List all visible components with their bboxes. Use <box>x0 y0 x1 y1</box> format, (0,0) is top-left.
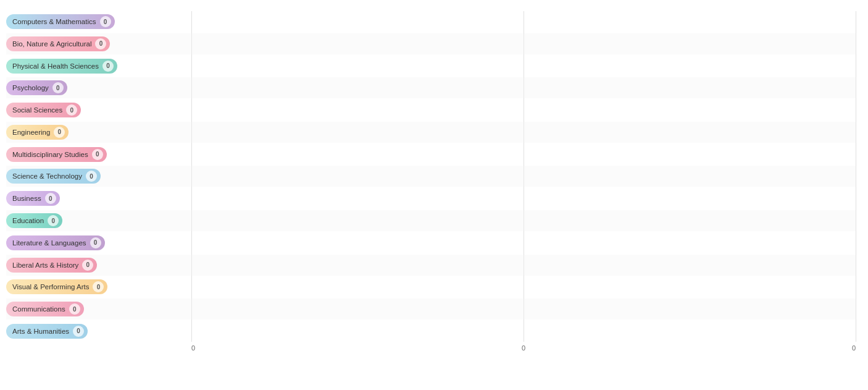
bar-pill-value: 0 <box>52 82 64 93</box>
bar-segment-area <box>191 188 856 209</box>
bar-segment-area <box>191 276 856 297</box>
bar-pill: Physical & Health Sciences0 <box>6 59 117 74</box>
bar-pill-value: 0 <box>86 171 97 182</box>
bar-pill-label: Business <box>12 195 41 202</box>
bar-segment-area <box>191 210 856 231</box>
bar-segment-area <box>191 144 856 165</box>
bar-pill: Education0 <box>6 213 62 228</box>
bar-pill: Science & Technology0 <box>6 169 101 184</box>
bar-row: Psychology0 <box>6 77 856 98</box>
bar-pill-label: Physical & Health Sciences <box>12 62 99 70</box>
bar-row: Social Sciences0 <box>6 100 856 121</box>
bar-row: Education0 <box>6 210 856 231</box>
bar-pill-label: Arts & Humanities <box>12 328 69 335</box>
bar-segment-area <box>191 166 856 187</box>
bar-label-area: Multidisciplinary Studies0 <box>6 147 191 162</box>
bar-pill: Psychology0 <box>6 80 67 95</box>
bar-row: Literature & Languages0 <box>6 232 856 253</box>
bar-segment-area <box>191 255 856 276</box>
x-axis-label: 0 <box>191 344 413 352</box>
bar-segment-area <box>191 321 856 342</box>
bar-pill: Multidisciplinary Studies0 <box>6 147 107 162</box>
bar-row: Communications0 <box>6 299 856 320</box>
bar-row: Visual & Performing Arts0 <box>6 276 856 297</box>
bar-label-area: Psychology0 <box>6 80 191 95</box>
bar-pill-value: 0 <box>45 193 56 204</box>
bar-pill-label: Engineering <box>12 129 50 136</box>
bar-segment-area <box>191 33 856 54</box>
bar-segment-area <box>191 56 856 77</box>
chart-area: Computers & Mathematics0Bio, Nature & Ag… <box>6 11 856 352</box>
bar-label-area: Education0 <box>6 213 191 228</box>
bar-pill-value: 0 <box>93 281 104 292</box>
bar-pill-label: Education <box>12 217 44 224</box>
x-axis-label: 0 <box>413 344 635 352</box>
bar-pill-value: 0 <box>82 260 93 271</box>
bar-row: Business0 <box>6 188 856 209</box>
bar-pill-label: Literature & Languages <box>12 239 86 247</box>
bar-pill-label: Bio, Nature & Agricultural <box>12 40 91 48</box>
bar-pill-value: 0 <box>48 215 59 226</box>
bar-segment-area <box>191 299 856 320</box>
bar-pill-value: 0 <box>95 38 106 49</box>
bar-pill-label: Computers & Mathematics <box>12 18 96 25</box>
bar-row: Liberal Arts & History0 <box>6 255 856 276</box>
bar-segment-area <box>191 77 856 98</box>
bar-pill-label: Science & Technology <box>12 172 82 180</box>
bar-label-area: Liberal Arts & History0 <box>6 258 191 273</box>
bar-row: Science & Technology0 <box>6 166 856 187</box>
bar-segment-area <box>191 232 856 253</box>
bar-row: Computers & Mathematics0 <box>6 11 856 32</box>
bar-row: Multidisciplinary Studies0 <box>6 144 856 165</box>
bar-pill-label: Social Sciences <box>12 106 62 114</box>
bar-pill: Engineering0 <box>6 125 69 140</box>
bar-pill-label: Visual & Performing Arts <box>12 283 89 290</box>
bar-label-area: Engineering0 <box>6 125 191 140</box>
bar-pill: Visual & Performing Arts0 <box>6 279 107 294</box>
bar-pill-label: Multidisciplinary Studies <box>12 151 88 158</box>
bar-pill: Business0 <box>6 191 60 206</box>
bar-row: Engineering0 <box>6 122 856 143</box>
bar-segment-area <box>191 11 856 32</box>
bar-label-area: Social Sciences0 <box>6 103 191 117</box>
bar-pill: Liberal Arts & History0 <box>6 258 97 273</box>
bar-pill-value: 0 <box>73 326 84 337</box>
bar-pill: Arts & Humanities0 <box>6 324 88 339</box>
bar-pill: Communications0 <box>6 302 84 316</box>
bar-segment-area <box>191 122 856 143</box>
bar-label-area: Literature & Languages0 <box>6 235 191 250</box>
bar-pill-value: 0 <box>66 104 77 116</box>
grid-line <box>856 11 856 342</box>
bar-label-area: Business0 <box>6 191 191 206</box>
bar-label-area: Bio, Nature & Agricultural0 <box>6 36 191 51</box>
bar-label-area: Visual & Performing Arts0 <box>6 279 191 294</box>
x-axis-label: 0 <box>634 344 856 352</box>
bar-pill-label: Psychology <box>12 84 49 91</box>
bar-pill-value: 0 <box>100 16 111 27</box>
bar-label-area: Science & Technology0 <box>6 169 191 184</box>
bar-pill-label: Communications <box>12 305 65 313</box>
chart-container: Computers & Mathematics0Bio, Nature & Ag… <box>0 0 868 390</box>
bar-label-area: Communications0 <box>6 302 191 316</box>
bar-pill-value: 0 <box>90 237 101 248</box>
bars-section: Computers & Mathematics0Bio, Nature & Ag… <box>6 11 856 342</box>
bar-pill-label: Liberal Arts & History <box>12 261 78 269</box>
bar-row: Arts & Humanities0 <box>6 321 856 342</box>
x-axis-labels: 000 <box>191 344 856 352</box>
bar-pill-value: 0 <box>102 61 114 72</box>
bar-row: Bio, Nature & Agricultural0 <box>6 33 856 54</box>
bar-label-area: Arts & Humanities0 <box>6 324 191 339</box>
bar-pill-value: 0 <box>92 149 103 160</box>
bar-pill: Computers & Mathematics0 <box>6 14 115 29</box>
bar-label-area: Physical & Health Sciences0 <box>6 59 191 74</box>
bar-segment-area <box>191 100 856 121</box>
bar-row: Physical & Health Sciences0 <box>6 56 856 77</box>
bar-pill: Literature & Languages0 <box>6 235 105 250</box>
bar-label-area: Computers & Mathematics0 <box>6 14 191 29</box>
bar-pill-value: 0 <box>69 303 80 315</box>
bar-pill: Bio, Nature & Agricultural0 <box>6 36 110 51</box>
bar-pill-value: 0 <box>54 127 65 138</box>
bar-pill: Social Sciences0 <box>6 103 81 117</box>
